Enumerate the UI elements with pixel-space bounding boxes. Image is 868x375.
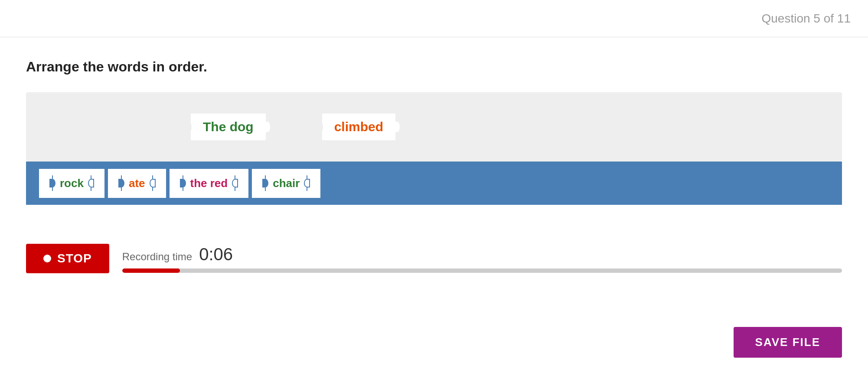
header: Question 5 of 11 — [0, 0, 868, 37]
source-word-the-red[interactable]: the red — [170, 169, 249, 198]
placed-word-the-dog[interactable]: The dog — [191, 113, 266, 140]
recording-time-row: Recording time 0:06 — [122, 245, 842, 264]
main-content: Arrange the words in order. The dog clim… — [0, 37, 868, 222]
footer: SAVE FILE — [734, 327, 842, 358]
question-counter: Question 5 of 11 — [762, 12, 851, 26]
recording-section: STOP Recording time 0:06 — [0, 222, 868, 286]
instruction-text: Arrange the words in order. — [26, 59, 842, 75]
source-word-ate[interactable]: ate — [108, 169, 166, 198]
save-file-button[interactable]: SAVE FILE — [734, 327, 842, 358]
stop-dot-icon — [43, 255, 51, 262]
progress-bar-fill — [122, 268, 180, 273]
progress-bar-container — [122, 268, 842, 273]
recording-time-value: 0:06 — [199, 245, 233, 264]
drop-zone-area: The dog climbed — [43, 113, 395, 140]
recording-time-label: Recording time — [122, 251, 192, 263]
recording-info: Recording time 0:06 — [122, 245, 842, 273]
placed-word-climbed[interactable]: climbed — [322, 113, 395, 140]
stop-label: STOP — [57, 252, 92, 265]
stop-button[interactable]: STOP — [26, 244, 109, 273]
source-word-chair[interactable]: chair — [252, 169, 320, 198]
source-zone: rock ate the red — [26, 162, 842, 205]
source-word-rock[interactable]: rock — [39, 169, 104, 198]
drop-zone: The dog climbed — [26, 92, 842, 162]
